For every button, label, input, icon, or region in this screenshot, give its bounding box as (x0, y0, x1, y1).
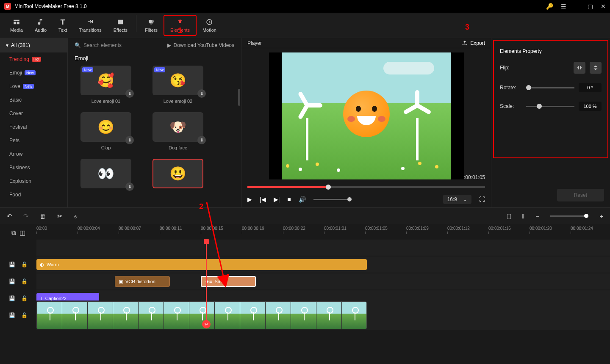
redo-icon[interactable]: ↷ (23, 212, 29, 220)
license-key-icon[interactable]: 🔑 (546, 3, 553, 10)
crop-icon[interactable]: ⟐ (74, 212, 78, 220)
tab-filters[interactable]: Filters (139, 15, 164, 36)
category-festival[interactable]: Festival (0, 120, 67, 134)
search-icon: 🔍 (75, 42, 81, 48)
video-preview[interactable] (269, 52, 464, 179)
scrollbar[interactable] (238, 89, 240, 106)
track-lock-icon[interactable]: 🔓 (21, 312, 28, 318)
zoom-slider[interactable] (550, 215, 588, 217)
new-badge: New (23, 84, 34, 89)
element-dog-face[interactable]: 🐶⬇ Dog face (152, 112, 203, 150)
timeline-option2-icon[interactable]: ◫ (19, 229, 25, 237)
timeline-toolbar: ↶ ↷ 🗑 ✂ ⟐ ⎕ ⦀ − + (0, 207, 610, 224)
track-save-icon[interactable]: 💾 (9, 312, 15, 318)
download-icon[interactable]: ⬇ (197, 136, 206, 144)
split-marker-icon[interactable]: ✂ (202, 320, 211, 328)
maximize-icon[interactable]: ▢ (588, 3, 593, 10)
export-button[interactable]: Export (462, 40, 485, 46)
track-save-icon[interactable]: 💾 (9, 262, 15, 267)
fit-icon[interactable]: ⎕ (507, 212, 511, 220)
player-progress[interactable] (247, 186, 485, 188)
zoom-in-icon[interactable]: + (599, 212, 603, 220)
annotation-2: 2 (199, 202, 203, 211)
scale-value[interactable]: 100 % (579, 102, 602, 111)
section-title-emoji: Emoji (68, 52, 241, 66)
flip-horizontal-button[interactable] (574, 62, 585, 74)
scale-label: Scale: (500, 103, 522, 109)
track-lock-icon[interactable]: 🔓 (21, 295, 28, 301)
volume-icon[interactable]: 🔊 (299, 196, 306, 203)
track-save-icon[interactable]: 💾 (9, 279, 15, 284)
close-icon[interactable]: ✕ (601, 3, 606, 10)
tab-media[interactable]: Media (4, 15, 29, 36)
play-icon[interactable]: ▶ (247, 196, 252, 203)
search-elements-input[interactable]: 🔍 Search elements (75, 42, 122, 48)
clip-smile[interactable]: ★≡Smile (201, 276, 256, 287)
clip-vcr-distortion[interactable]: ▣VCR distortion (115, 276, 170, 287)
clip-warm[interactable]: ◐Warm (36, 259, 367, 270)
category-pets[interactable]: Pets (0, 134, 67, 147)
download-icon[interactable]: ⬇ (125, 89, 134, 98)
category-all[interactable]: ▾ All (381) (0, 38, 67, 52)
title-bar: M MiniTool MovieMaker Free 8.1.0 🔑 ☰ — ▢… (0, 0, 610, 13)
track-lock-icon[interactable]: 🔓 (21, 262, 28, 267)
tab-audio[interactable]: Audio (29, 15, 53, 36)
delete-icon[interactable]: 🗑 (40, 212, 46, 220)
timeline-option-icon[interactable]: ⧉ (11, 229, 16, 237)
hot-badge: Hot (32, 57, 41, 62)
category-sidebar: ▾ All (381) TrendingHot EmojiNew LoveNew… (0, 38, 68, 207)
category-explosion[interactable]: Explosion (0, 174, 67, 188)
tab-effects[interactable]: Effects (108, 15, 133, 36)
category-cover[interactable]: Cover (0, 107, 67, 120)
element-love-emoji-01[interactable]: New🥰⬇ Love emoji 01 (80, 66, 131, 104)
main-toolbar: Media Audio Text Transitions Effects Fil… (0, 13, 610, 38)
download-icon[interactable]: ⬇ (125, 182, 134, 191)
rotate-slider[interactable] (526, 87, 574, 88)
stop-icon[interactable]: ■ (287, 196, 291, 203)
element-smile[interactable]: 😃 (152, 159, 203, 188)
element-love-emoji-02[interactable]: New😘⬇ Love emoji 02 (152, 66, 203, 104)
new-badge: New (154, 67, 165, 72)
zoom-out-icon[interactable]: − (535, 212, 539, 220)
category-trending[interactable]: TrendingHot (0, 52, 67, 66)
clip-windmill-video[interactable]: ▣wind-mill-6875_256 (36, 301, 367, 329)
prev-frame-icon[interactable]: |◀ (260, 196, 266, 203)
download-youtube-link[interactable]: ▶ Download YouTube Videos (167, 42, 234, 48)
player-title: Player (247, 40, 262, 46)
category-arrow[interactable]: Arrow (0, 147, 67, 161)
track-save-icon[interactable]: 💾 (9, 295, 15, 301)
element-eyes[interactable]: 👀⬇ (80, 159, 131, 188)
download-icon[interactable]: ⬇ (197, 89, 206, 98)
timeline-ruler[interactable]: ⧉ ◫ 00:0000:00:00:0400:00:00:0700:00:00:… (0, 224, 610, 240)
undo-icon[interactable]: ↶ (7, 212, 12, 220)
track-lock-icon[interactable]: 🔓 (21, 279, 28, 284)
menu-icon[interactable]: ☰ (561, 3, 566, 10)
rotate-value[interactable]: 0 ° (579, 83, 602, 92)
download-icon[interactable]: ⬇ (125, 136, 134, 144)
tab-motion[interactable]: Motion (197, 15, 222, 36)
element-clap[interactable]: 😊⬇ Clap (80, 112, 131, 150)
tab-text[interactable]: Text (53, 15, 73, 36)
next-frame-icon[interactable]: ▶| (274, 196, 280, 203)
split-icon[interactable]: ✂ (57, 212, 63, 220)
scale-slider[interactable] (526, 106, 574, 107)
minimize-icon[interactable]: — (574, 3, 580, 10)
player-panel: Player Export 00:00:00: (241, 38, 491, 207)
annotation-3: 3 (465, 23, 469, 32)
markers-icon[interactable]: ⦀ (522, 212, 524, 220)
category-emoji[interactable]: EmojiNew (0, 66, 67, 80)
category-basic[interactable]: Basic (0, 93, 67, 107)
tab-transitions[interactable]: Transitions (73, 15, 107, 36)
playhead[interactable]: ✂ (206, 240, 207, 328)
flip-vertical-button[interactable] (590, 62, 602, 74)
smile-emoji-overlay[interactable] (343, 91, 390, 137)
rotate-label: Rotate: (500, 85, 522, 91)
category-business[interactable]: Business (0, 161, 67, 174)
fullscreen-icon[interactable]: ⛶ (479, 196, 485, 203)
volume-slider[interactable] (313, 199, 352, 200)
category-love[interactable]: LoveNew (0, 80, 67, 93)
category-food[interactable]: Food (0, 188, 67, 201)
reset-button[interactable]: Reset (557, 189, 604, 201)
aspect-ratio-dropdown[interactable]: 16:9⌄ (443, 195, 471, 204)
effect-icon: ▣ (119, 279, 123, 284)
